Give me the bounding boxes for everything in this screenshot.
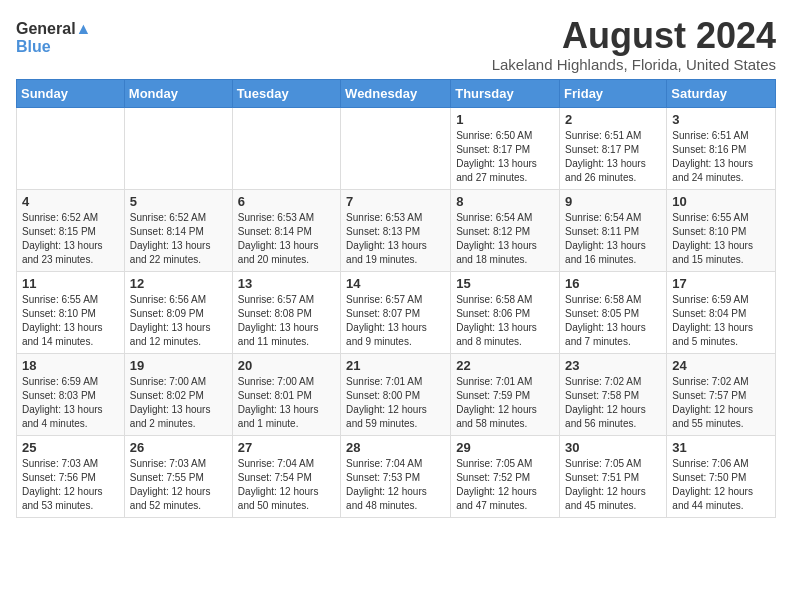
- day-number: 24: [672, 358, 770, 373]
- weekday-header-row: SundayMondayTuesdayWednesdayThursdayFrid…: [17, 79, 776, 107]
- logo-general: General▲: [16, 20, 91, 38]
- day-number: 4: [22, 194, 119, 209]
- location: Lakeland Highlands, Florida, United Stat…: [492, 56, 776, 73]
- calendar-cell: 3Sunrise: 6:51 AMSunset: 8:16 PMDaylight…: [667, 107, 776, 189]
- day-info: Sunrise: 6:57 AMSunset: 8:08 PMDaylight:…: [238, 293, 335, 349]
- calendar-cell: 30Sunrise: 7:05 AMSunset: 7:51 PMDayligh…: [560, 435, 667, 517]
- day-number: 7: [346, 194, 445, 209]
- calendar-cell: 11Sunrise: 6:55 AMSunset: 8:10 PMDayligh…: [17, 271, 125, 353]
- calendar-table: SundayMondayTuesdayWednesdayThursdayFrid…: [16, 79, 776, 518]
- calendar-cell: [17, 107, 125, 189]
- day-number: 18: [22, 358, 119, 373]
- weekday-header-friday: Friday: [560, 79, 667, 107]
- weekday-header-monday: Monday: [124, 79, 232, 107]
- day-info: Sunrise: 6:50 AMSunset: 8:17 PMDaylight:…: [456, 129, 554, 185]
- day-number: 9: [565, 194, 661, 209]
- logo: General▲ Blue: [16, 16, 116, 55]
- calendar-cell: 10Sunrise: 6:55 AMSunset: 8:10 PMDayligh…: [667, 189, 776, 271]
- weekday-header-sunday: Sunday: [17, 79, 125, 107]
- month-year: August 2024: [492, 16, 776, 56]
- day-info: Sunrise: 7:00 AMSunset: 8:02 PMDaylight:…: [130, 375, 227, 431]
- calendar-cell: 23Sunrise: 7:02 AMSunset: 7:58 PMDayligh…: [560, 353, 667, 435]
- day-number: 17: [672, 276, 770, 291]
- calendar-cell: 21Sunrise: 7:01 AMSunset: 8:00 PMDayligh…: [341, 353, 451, 435]
- day-info: Sunrise: 6:52 AMSunset: 8:15 PMDaylight:…: [22, 211, 119, 267]
- calendar-cell: 9Sunrise: 6:54 AMSunset: 8:11 PMDaylight…: [560, 189, 667, 271]
- day-info: Sunrise: 7:03 AMSunset: 7:55 PMDaylight:…: [130, 457, 227, 513]
- day-number: 12: [130, 276, 227, 291]
- day-info: Sunrise: 7:00 AMSunset: 8:01 PMDaylight:…: [238, 375, 335, 431]
- day-info: Sunrise: 6:59 AMSunset: 8:03 PMDaylight:…: [22, 375, 119, 431]
- day-number: 22: [456, 358, 554, 373]
- calendar-cell: 28Sunrise: 7:04 AMSunset: 7:53 PMDayligh…: [341, 435, 451, 517]
- day-info: Sunrise: 7:03 AMSunset: 7:56 PMDaylight:…: [22, 457, 119, 513]
- day-number: 10: [672, 194, 770, 209]
- day-number: 25: [22, 440, 119, 455]
- day-number: 8: [456, 194, 554, 209]
- calendar-cell: 14Sunrise: 6:57 AMSunset: 8:07 PMDayligh…: [341, 271, 451, 353]
- calendar-week-row: 11Sunrise: 6:55 AMSunset: 8:10 PMDayligh…: [17, 271, 776, 353]
- day-info: Sunrise: 7:04 AMSunset: 7:53 PMDaylight:…: [346, 457, 445, 513]
- day-info: Sunrise: 7:01 AMSunset: 7:59 PMDaylight:…: [456, 375, 554, 431]
- day-info: Sunrise: 6:51 AMSunset: 8:16 PMDaylight:…: [672, 129, 770, 185]
- day-number: 2: [565, 112, 661, 127]
- day-info: Sunrise: 7:04 AMSunset: 7:54 PMDaylight:…: [238, 457, 335, 513]
- calendar-week-row: 18Sunrise: 6:59 AMSunset: 8:03 PMDayligh…: [17, 353, 776, 435]
- calendar-cell: 16Sunrise: 6:58 AMSunset: 8:05 PMDayligh…: [560, 271, 667, 353]
- day-number: 3: [672, 112, 770, 127]
- calendar-cell: 6Sunrise: 6:53 AMSunset: 8:14 PMDaylight…: [232, 189, 340, 271]
- day-info: Sunrise: 7:02 AMSunset: 7:58 PMDaylight:…: [565, 375, 661, 431]
- day-number: 19: [130, 358, 227, 373]
- day-number: 30: [565, 440, 661, 455]
- day-info: Sunrise: 7:01 AMSunset: 8:00 PMDaylight:…: [346, 375, 445, 431]
- day-info: Sunrise: 6:51 AMSunset: 8:17 PMDaylight:…: [565, 129, 661, 185]
- title-section: August 2024 Lakeland Highlands, Florida,…: [492, 16, 776, 73]
- logo-text: General▲ Blue: [16, 20, 116, 55]
- calendar-cell: 22Sunrise: 7:01 AMSunset: 7:59 PMDayligh…: [451, 353, 560, 435]
- calendar-cell: 8Sunrise: 6:54 AMSunset: 8:12 PMDaylight…: [451, 189, 560, 271]
- day-number: 21: [346, 358, 445, 373]
- day-info: Sunrise: 6:59 AMSunset: 8:04 PMDaylight:…: [672, 293, 770, 349]
- calendar-cell: [341, 107, 451, 189]
- day-info: Sunrise: 6:52 AMSunset: 8:14 PMDaylight:…: [130, 211, 227, 267]
- calendar-cell: [232, 107, 340, 189]
- day-info: Sunrise: 7:06 AMSunset: 7:50 PMDaylight:…: [672, 457, 770, 513]
- calendar-cell: 12Sunrise: 6:56 AMSunset: 8:09 PMDayligh…: [124, 271, 232, 353]
- day-info: Sunrise: 6:53 AMSunset: 8:14 PMDaylight:…: [238, 211, 335, 267]
- day-info: Sunrise: 6:56 AMSunset: 8:09 PMDaylight:…: [130, 293, 227, 349]
- day-number: 27: [238, 440, 335, 455]
- day-number: 6: [238, 194, 335, 209]
- day-number: 15: [456, 276, 554, 291]
- day-info: Sunrise: 7:05 AMSunset: 7:52 PMDaylight:…: [456, 457, 554, 513]
- calendar-week-row: 25Sunrise: 7:03 AMSunset: 7:56 PMDayligh…: [17, 435, 776, 517]
- weekday-header-wednesday: Wednesday: [341, 79, 451, 107]
- calendar-week-row: 4Sunrise: 6:52 AMSunset: 8:15 PMDaylight…: [17, 189, 776, 271]
- calendar-week-row: 1Sunrise: 6:50 AMSunset: 8:17 PMDaylight…: [17, 107, 776, 189]
- day-number: 23: [565, 358, 661, 373]
- page-header: General▲ Blue August 2024 Lakeland Highl…: [16, 16, 776, 73]
- calendar-cell: 17Sunrise: 6:59 AMSunset: 8:04 PMDayligh…: [667, 271, 776, 353]
- day-info: Sunrise: 6:54 AMSunset: 8:11 PMDaylight:…: [565, 211, 661, 267]
- day-info: Sunrise: 6:53 AMSunset: 8:13 PMDaylight:…: [346, 211, 445, 267]
- weekday-header-tuesday: Tuesday: [232, 79, 340, 107]
- calendar-cell: 25Sunrise: 7:03 AMSunset: 7:56 PMDayligh…: [17, 435, 125, 517]
- calendar-cell: 27Sunrise: 7:04 AMSunset: 7:54 PMDayligh…: [232, 435, 340, 517]
- calendar-cell: 24Sunrise: 7:02 AMSunset: 7:57 PMDayligh…: [667, 353, 776, 435]
- calendar-cell: 7Sunrise: 6:53 AMSunset: 8:13 PMDaylight…: [341, 189, 451, 271]
- day-number: 29: [456, 440, 554, 455]
- calendar-cell: 15Sunrise: 6:58 AMSunset: 8:06 PMDayligh…: [451, 271, 560, 353]
- day-number: 26: [130, 440, 227, 455]
- logo-blue: Blue: [16, 38, 51, 56]
- calendar-cell: 4Sunrise: 6:52 AMSunset: 8:15 PMDaylight…: [17, 189, 125, 271]
- weekday-header-saturday: Saturday: [667, 79, 776, 107]
- day-number: 1: [456, 112, 554, 127]
- day-number: 31: [672, 440, 770, 455]
- calendar-cell: 18Sunrise: 6:59 AMSunset: 8:03 PMDayligh…: [17, 353, 125, 435]
- calendar-cell: 20Sunrise: 7:00 AMSunset: 8:01 PMDayligh…: [232, 353, 340, 435]
- calendar-cell: [124, 107, 232, 189]
- day-number: 5: [130, 194, 227, 209]
- calendar-cell: 19Sunrise: 7:00 AMSunset: 8:02 PMDayligh…: [124, 353, 232, 435]
- calendar-cell: 13Sunrise: 6:57 AMSunset: 8:08 PMDayligh…: [232, 271, 340, 353]
- day-info: Sunrise: 7:02 AMSunset: 7:57 PMDaylight:…: [672, 375, 770, 431]
- calendar-cell: 5Sunrise: 6:52 AMSunset: 8:14 PMDaylight…: [124, 189, 232, 271]
